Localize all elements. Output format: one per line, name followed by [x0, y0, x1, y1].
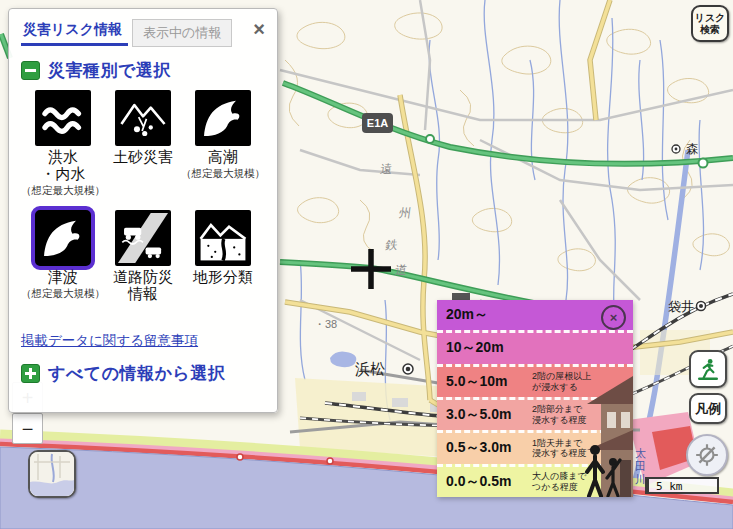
label-mori: 森 [686, 142, 698, 156]
disaster-type-tsunami[interactable]: 津波 （想定最大規模） [21, 210, 105, 330]
e1a-route-badge: E1A [362, 113, 393, 133]
disaster-risk-panel: 災害リスク情報 表示中の情報 × 災害種別で選択 洪水 ・内水 （想定最大規模） [8, 8, 278, 413]
label-ota-1: 太 [635, 447, 646, 459]
label-enshu-2: 州 [398, 206, 412, 220]
hazard-map-app: E1A 森 袋井 浜松 ・38 太 田 川 遠 州 鉄 道 + − [0, 0, 733, 529]
legend-row: 0.0～0.5m 大人の膝まで つかる程度 [437, 464, 633, 497]
disaster-type-storm-surge[interactable]: 高潮 （想定最大規模） [181, 90, 265, 210]
section-disaster-type: 災害種別で選択 [21, 59, 265, 82]
zoom-out-button[interactable]: − [12, 413, 43, 444]
tsunami-icon [31, 206, 95, 270]
flood-icon [35, 90, 91, 146]
storm-surge-icon [195, 90, 251, 146]
disaster-type-grid: 洪水 ・内水 （想定最大規模） 土砂災害 [21, 90, 265, 330]
section-title: すべての情報から選択 [48, 362, 225, 385]
panel-tab-bar: 災害リスク情報 表示中の情報 × [21, 19, 265, 47]
legend-close-icon[interactable]: × [601, 305, 626, 330]
data-notes-link[interactable]: 掲載データに関する留意事項 [21, 332, 198, 350]
legend-row: 10～20m [437, 330, 633, 363]
tsunami-depth-legend: 20m～ 10～20m 5.0～10m 2階の屋根以上 が浸水する 3.0～5.… [437, 300, 633, 497]
tab-displayed-info[interactable]: 表示中の情報 [132, 19, 232, 47]
label-fukuroi: 袋井 [668, 299, 694, 314]
overview-map-button[interactable] [28, 450, 76, 498]
risk-search-button[interactable]: リスク 検索 [691, 5, 729, 42]
section-title: 災害種別で選択 [48, 59, 171, 82]
label-spot-height: ・38 [314, 318, 337, 330]
legend-row: 0.5～3.0m 1階天井まで 浸水する程度 [437, 430, 633, 463]
overview-map-icon [30, 452, 74, 496]
legend-row: 5.0～10m 2階の屋根以上 が浸水する [437, 364, 633, 397]
landform-icon [195, 210, 251, 266]
landslide-icon [115, 90, 171, 146]
road-hazard-icon [115, 210, 171, 266]
disaster-type-road-hazard[interactable]: 道路防災 情報 [105, 210, 181, 330]
disaster-type-flood[interactable]: 洪水 ・内水 （想定最大規模） [21, 90, 105, 210]
close-icon[interactable]: × [253, 19, 265, 39]
label-enshu-3: 鉄 [385, 238, 399, 252]
tab-disaster-risk-info[interactable]: 災害リスク情報 [21, 19, 128, 46]
label-ota-2: 田 [635, 460, 646, 472]
label-enshu-1: 遠 [379, 162, 393, 176]
map-scale-bar: 5 km [645, 477, 719, 494]
svg-text:E1A: E1A [367, 117, 388, 129]
disaster-type-landslide[interactable]: 土砂災害 [105, 90, 181, 210]
legend-toggle-button[interactable]: 凡例 [689, 393, 727, 424]
disaster-type-landform[interactable]: 地形分類 [181, 210, 265, 330]
collapse-icon[interactable] [21, 61, 40, 80]
legend-row: 3.0～5.0m 2階部分まで 浸水する程度 [437, 397, 633, 430]
evacuation-site-icon [695, 356, 721, 382]
expand-icon[interactable] [21, 364, 40, 383]
label-enshu-4: 道 [394, 263, 408, 277]
label-hamamatsu: 浜松 [355, 360, 385, 377]
section-all-info: すべての情報から選択 [21, 362, 265, 385]
gps-locate-button[interactable] [686, 434, 728, 476]
gps-locate-icon [694, 442, 720, 468]
evacuation-site-button[interactable] [689, 350, 727, 388]
